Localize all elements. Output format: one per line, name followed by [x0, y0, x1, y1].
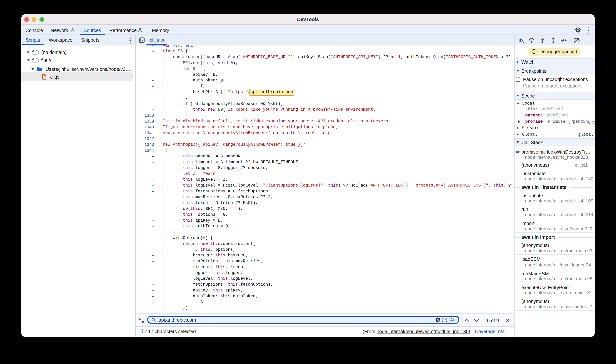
svg-text:B: B	[142, 321, 144, 324]
svg-text:A: A	[139, 318, 141, 321]
